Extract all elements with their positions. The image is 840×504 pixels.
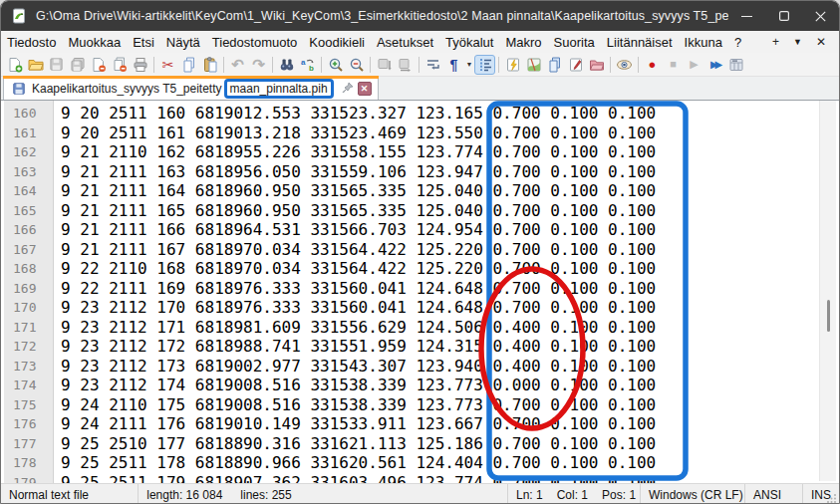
code-line[interactable]: 1769 24 2111 176 6819010.149 331533.911 … (1, 414, 818, 434)
function-list-button[interactable] (502, 55, 523, 75)
macro-grid-button[interactable] (725, 55, 746, 75)
sync-vertical-button[interactable] (374, 55, 395, 75)
menu-liitannaiset[interactable]: Liitännäiset (601, 33, 679, 52)
menu-suorita[interactable]: Suorita (548, 33, 601, 52)
code-line[interactable]: 1719 23 2112 171 6818981.609 331556.629 … (1, 318, 818, 338)
maximize-button[interactable] (765, 1, 802, 31)
line-text[interactable]: 9 20 2511 160 6819012.553 331523.327 123… (54, 104, 656, 124)
copy-button[interactable] (178, 55, 199, 75)
line-text[interactable]: 9 21 2111 164 6818960.950 331565.335 125… (54, 181, 656, 201)
code-line[interactable]: 1799 25 2511 179 6818907.362 331603.496 … (1, 473, 818, 484)
line-text[interactable]: 9 23 2112 170 6818976.333 331560.041 124… (54, 298, 656, 318)
menu-nayta[interactable]: Näytä (160, 33, 206, 52)
zoom-in-button[interactable] (325, 55, 346, 75)
code-line[interactable]: 1709 23 2112 170 6818976.333 331560.041 … (1, 298, 818, 318)
indent-guide-button[interactable] (474, 55, 495, 75)
scrollbar-thumb[interactable] (827, 300, 830, 332)
close-tab-button[interactable]: ✕ (358, 82, 372, 96)
stop-macro-button[interactable]: ■ (663, 55, 684, 75)
code-line[interactable]: 1749 23 2112 174 6819008.516 331538.339 … (1, 376, 818, 395)
word-wrap-button[interactable] (422, 55, 443, 75)
code-line[interactable]: 1639 21 2111 163 6818956.050 331559.106 … (1, 162, 818, 182)
menu-ikkuna[interactable]: Ikkuna (679, 33, 728, 52)
line-text[interactable]: 9 22 2111 169 6818976.333 331560.041 124… (54, 279, 656, 299)
close-window-button[interactable] (802, 1, 839, 31)
line-text[interactable]: 9 25 2511 178 6818890.966 331620.561 124… (54, 453, 656, 473)
show-symbols-button[interactable]: ¶ (443, 55, 464, 75)
code-line[interactable]: 1689 22 2110 168 6818970.034 331564.422 … (1, 259, 818, 279)
code-line[interactable]: 1789 25 2511 178 6818890.966 331620.561 … (1, 453, 818, 473)
line-text[interactable]: 9 23 2112 174 6819008.516 331538.339 123… (54, 376, 656, 395)
document-map-button[interactable] (523, 55, 544, 75)
line-text[interactable]: 9 23 2112 173 6819002.977 331543.307 123… (54, 357, 656, 377)
line-text[interactable]: 9 20 2511 161 6819013.218 331523.469 123… (54, 124, 656, 143)
redo-button[interactable]: ↷ (248, 55, 269, 75)
status-eol-format[interactable]: Windows (CR LF) (641, 484, 745, 504)
code-line[interactable]: 1739 23 2112 173 6819002.977 331543.307 … (1, 357, 818, 377)
menu-muokkaa[interactable]: Muokkaa (62, 33, 127, 52)
line-text[interactable]: 9 21 2111 163 6818956.050 331559.106 123… (54, 162, 656, 182)
print-button[interactable] (130, 55, 150, 75)
pin-tab-icon[interactable] (342, 82, 354, 95)
code-line[interactable]: 1679 21 2111 167 6818970.034 331564.422 … (1, 240, 818, 260)
run-macro-multiple-button[interactable]: ▶▶ (704, 55, 725, 75)
view-eye-button[interactable] (614, 55, 635, 75)
new-file-button[interactable] (4, 55, 25, 75)
menu-dropdown-button[interactable]: ▼ (786, 37, 809, 47)
find-button[interactable] (276, 55, 297, 75)
sync-horizontal-button[interactable] (395, 55, 416, 75)
line-text[interactable]: 9 24 2111 176 6819010.149 331533.911 123… (54, 414, 656, 434)
code-line[interactable]: 1629 21 2110 162 6818955.226 331558.155 … (1, 142, 818, 162)
line-text[interactable]: 9 25 2511 179 6818907.362 331603.496 123… (54, 473, 656, 484)
menu-makro[interactable]: Makro (499, 33, 547, 52)
line-text[interactable]: 9 22 2110 168 6818970.034 331564.422 125… (54, 259, 656, 279)
close-file-button[interactable] (88, 55, 109, 75)
line-text[interactable]: 9 25 2510 177 6818890.316 331621.113 125… (54, 434, 656, 454)
code-line[interactable]: 1649 21 2111 164 6818960.950 331565.335 … (1, 181, 818, 201)
menu-close-button[interactable]: ✕ (809, 35, 833, 49)
code-line[interactable]: 1669 21 2111 166 6818964.531 331566.703 … (1, 220, 818, 240)
line-text[interactable]: 9 21 2110 162 6818955.226 331558.155 123… (54, 142, 656, 162)
menu-etsi[interactable]: Etsi (127, 33, 160, 52)
code-line[interactable]: 1659 21 2111 165 6818960.950 331565.335 … (1, 201, 818, 221)
paste-button[interactable] (199, 55, 220, 75)
menu-tiedosto[interactable]: Tiedosto (1, 33, 62, 52)
menu-tyokalut[interactable]: Työkalut (439, 33, 499, 52)
folder-workspace-button[interactable] (586, 55, 607, 75)
play-macro-button[interactable]: ▶ (684, 55, 704, 75)
menu-help[interactable]: ? (728, 33, 747, 52)
minimize-button[interactable] (728, 1, 765, 31)
code-line[interactable]: 1699 22 2111 169 6818976.333 331560.041 … (1, 279, 818, 299)
replace-button[interactable]: ab (297, 55, 318, 75)
code-line[interactable]: 1619 20 2511 161 6819013.218 331523.469 … (1, 124, 818, 143)
close-all-button[interactable] (109, 55, 130, 75)
status-encoding[interactable]: ANSI (745, 484, 803, 504)
line-text[interactable]: 9 23 2112 171 6818981.609 331556.629 124… (54, 318, 656, 338)
code-line[interactable]: 1759 24 2110 175 6819008.516 331538.339 … (1, 395, 818, 415)
line-text[interactable]: 9 21 2111 165 6818960.950 331565.335 125… (54, 201, 656, 221)
undo-button[interactable]: ↶ (227, 55, 248, 75)
save-all-button[interactable] (67, 55, 88, 75)
document-switcher-button[interactable] (544, 55, 565, 75)
cut-button[interactable]: ✂ (157, 55, 178, 75)
code-line[interactable]: 1779 25 2510 177 6818890.316 331621.113 … (1, 434, 818, 454)
menu-add-button[interactable]: + (765, 35, 786, 49)
menu-koodikieli[interactable]: Koodikieli (303, 33, 371, 52)
tab-kaapelikartoitus[interactable]: Kaapelikartoitus_syvyys T5_peitetty maan… (3, 76, 379, 100)
line-text[interactable]: 9 21 2111 167 6818970.034 331564.422 125… (54, 240, 656, 260)
vertical-scrollbar[interactable] (819, 101, 836, 481)
line-text[interactable]: 9 23 2112 172 6818988.741 331551.959 124… (54, 337, 656, 357)
symbols-dropdown-button[interactable]: ▼ (464, 61, 474, 68)
line-text[interactable]: 9 24 2110 175 6819008.516 331538.339 123… (54, 395, 656, 415)
code-line[interactable]: 1609 20 2511 160 6819012.553 331523.327 … (1, 104, 818, 124)
line-text[interactable]: 9 21 2111 166 6818964.531 331566.703 124… (54, 220, 656, 240)
menu-asetukset[interactable]: Asetukset (371, 33, 439, 52)
text-editor[interactable]: 1609 20 2511 160 6819012.553 331523.327 … (1, 101, 839, 483)
resize-grip-icon[interactable] (827, 493, 837, 503)
code-line[interactable]: 1729 23 2112 172 6818988.741 331551.959 … (1, 337, 818, 357)
edit-macro-button[interactable] (565, 55, 586, 75)
zoom-out-button[interactable] (346, 55, 367, 75)
save-button[interactable] (46, 55, 67, 75)
open-file-button[interactable] (25, 55, 46, 75)
menu-tiedostomuoto[interactable]: Tiedostomuoto (206, 33, 304, 52)
